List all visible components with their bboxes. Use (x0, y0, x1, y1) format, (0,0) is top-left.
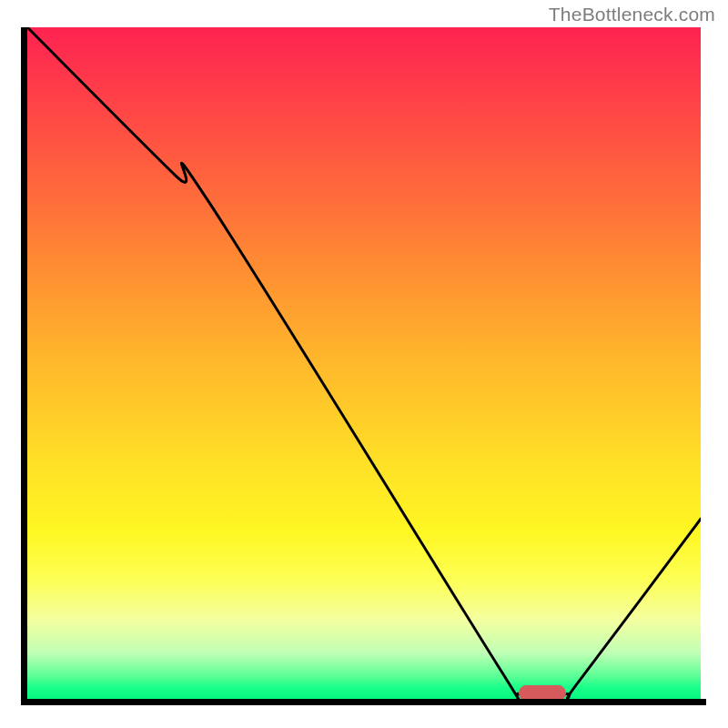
bottleneck-curve (27, 27, 701, 701)
curve-path (27, 27, 701, 701)
watermark-text: TheBottleneck.com (549, 4, 715, 25)
y-axis (21, 27, 27, 705)
x-axis (21, 699, 706, 705)
